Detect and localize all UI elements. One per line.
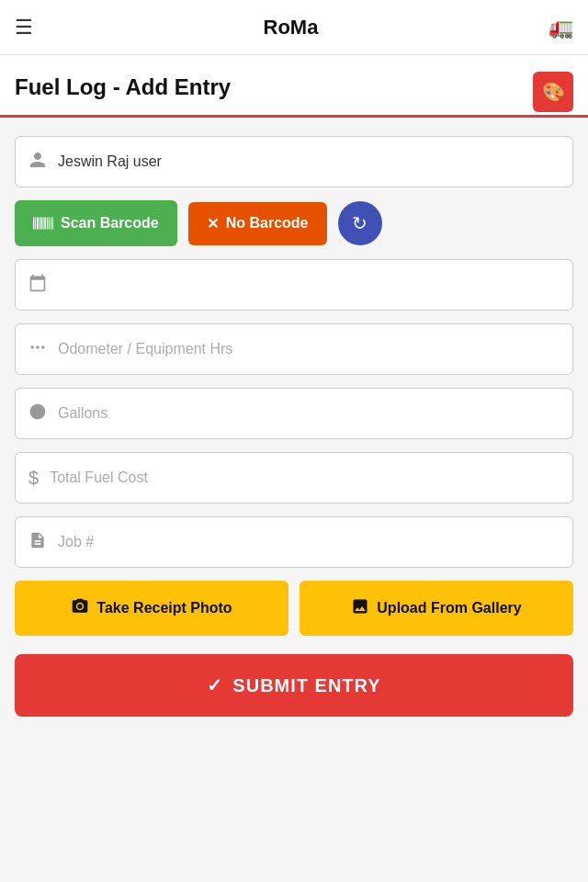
no-barcode-button[interactable]: ✕ No Barcode bbox=[188, 202, 327, 245]
app-header: ☰ RoMa 🚛 bbox=[0, 0, 588, 55]
date-row[interactable] bbox=[15, 259, 573, 311]
odometer-row[interactable] bbox=[15, 323, 573, 375]
truck-icon: 🚛 bbox=[548, 16, 573, 40]
scan-barcode-label: Scan Barcode bbox=[61, 215, 159, 232]
refresh-icon: ↻ bbox=[352, 212, 368, 234]
svg-rect-10 bbox=[52, 217, 53, 229]
submit-label: SUBMIT ENTRY bbox=[232, 675, 380, 696]
page-title-bar: Fuel Log - Add Entry 🎨 bbox=[0, 55, 588, 118]
gallery-icon bbox=[351, 597, 369, 619]
form-content: Jeswin Raj user Scan Barcode ✕ No Barcod… bbox=[0, 118, 588, 753]
svg-rect-4 bbox=[40, 217, 41, 229]
fuel-cost-row[interactable]: $ bbox=[15, 452, 573, 503]
submit-entry-button[interactable]: ✓ SUBMIT ENTRY bbox=[15, 654, 573, 717]
page-title: Fuel Log - Add Entry bbox=[15, 74, 231, 113]
menu-icon[interactable]: ☰ bbox=[15, 16, 33, 40]
app-title: RoMa bbox=[264, 16, 319, 40]
odometer-icon bbox=[28, 338, 47, 361]
user-icon bbox=[28, 151, 47, 174]
document-icon bbox=[28, 531, 47, 554]
camera-icon bbox=[71, 597, 89, 619]
take-receipt-photo-button[interactable]: Take Receipt Photo bbox=[15, 581, 288, 636]
dollar-icon: $ bbox=[28, 468, 39, 489]
svg-rect-0 bbox=[33, 217, 34, 229]
job-row[interactable] bbox=[15, 516, 573, 568]
take-photo-label: Take Receipt Photo bbox=[96, 600, 232, 616]
svg-rect-6 bbox=[44, 217, 46, 229]
odometer-input[interactable] bbox=[58, 341, 560, 357]
scan-barcode-button[interactable]: Scan Barcode bbox=[15, 200, 177, 246]
barcode-row: Scan Barcode ✕ No Barcode ↻ bbox=[15, 200, 573, 246]
palette-button[interactable]: 🎨 bbox=[533, 72, 573, 112]
calendar-icon bbox=[28, 274, 47, 297]
job-input[interactable] bbox=[58, 534, 560, 550]
svg-rect-9 bbox=[51, 217, 51, 229]
svg-rect-2 bbox=[37, 217, 39, 229]
checkmark-icon: ✓ bbox=[207, 674, 223, 696]
upload-gallery-label: Upload From Gallery bbox=[377, 600, 521, 616]
upload-from-gallery-button[interactable]: Upload From Gallery bbox=[300, 581, 573, 636]
user-row: Jeswin Raj user bbox=[15, 136, 573, 187]
gallons-input[interactable] bbox=[58, 405, 560, 422]
refresh-button[interactable]: ↻ bbox=[338, 201, 382, 245]
date-input[interactable] bbox=[58, 277, 560, 293]
user-name: Jeswin Raj user bbox=[58, 153, 162, 170]
photo-row: Take Receipt Photo Upload From Gallery bbox=[15, 581, 573, 636]
droplet-icon bbox=[28, 402, 47, 425]
svg-rect-7 bbox=[47, 217, 48, 229]
svg-rect-5 bbox=[43, 217, 44, 229]
no-barcode-x-icon: ✕ bbox=[207, 215, 219, 232]
svg-point-13 bbox=[41, 345, 44, 348]
no-barcode-label: No Barcode bbox=[226, 215, 309, 232]
svg-rect-1 bbox=[35, 217, 36, 229]
gallons-row[interactable] bbox=[15, 388, 573, 439]
svg-point-12 bbox=[36, 345, 39, 348]
fuel-cost-input[interactable] bbox=[50, 469, 560, 486]
svg-rect-3 bbox=[40, 217, 40, 229]
svg-rect-8 bbox=[49, 217, 50, 229]
svg-point-11 bbox=[31, 345, 34, 348]
